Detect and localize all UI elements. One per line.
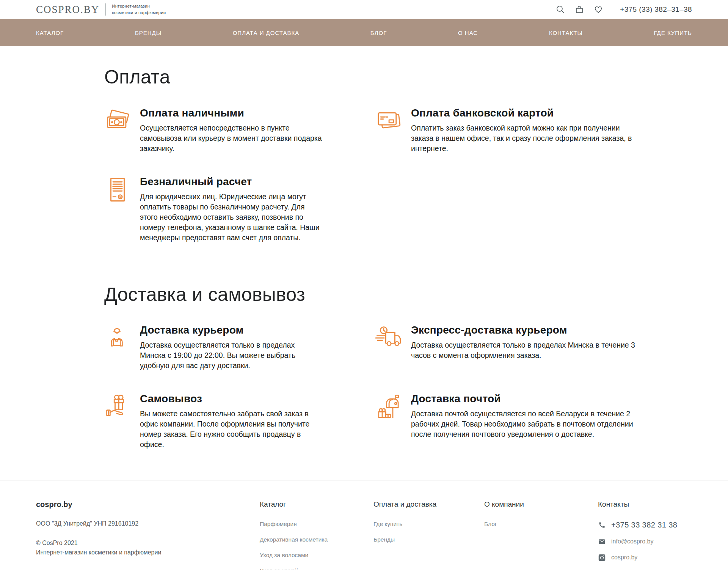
card-bank-card-payment: Оплата банковской картой Оплатить заказ … bbox=[375, 107, 691, 154]
cash-icon bbox=[104, 108, 131, 154]
footer-link-perfume[interactable]: Парфюмерия bbox=[260, 521, 373, 527]
cart-bag-icon[interactable] bbox=[574, 5, 584, 14]
main-content: Оплата Оплата наличны bbox=[0, 46, 728, 480]
card-courier-delivery: Доставка курьером Доставка осуществляетс… bbox=[104, 324, 322, 371]
footer-contact-phone[interactable]: +375 33 382 31 38 bbox=[598, 521, 692, 529]
nav-item-contacts[interactable]: КОНТАКТЫ bbox=[549, 30, 583, 36]
footer-link-decorative[interactable]: Декоративная косметика bbox=[260, 536, 373, 543]
site-header: COSPRO.BY Интернет-магазин косметики и п… bbox=[0, 0, 728, 19]
footer-company-info: ООО "3Д Унитрейд" УНП 291610192 bbox=[36, 520, 260, 527]
footer-link-hair-care[interactable]: Уход за волосами bbox=[260, 552, 373, 559]
footer-contact-instagram[interactable]: cospro.by bbox=[598, 554, 692, 561]
card-text: Доставка осуществляется только в предела… bbox=[140, 340, 322, 371]
footer-copyright: © CosPro 2021 Интернет-магазин косметики… bbox=[36, 539, 260, 557]
search-icon[interactable] bbox=[555, 5, 565, 14]
card-text: Для юридических лиц. Юридические лица мо… bbox=[140, 192, 322, 243]
card-title: Экспресс-доставка курьером bbox=[411, 324, 639, 336]
footer-column-payment: Оплата и доставка Где купить Бренды bbox=[373, 500, 484, 570]
footer-column-title: Каталог bbox=[260, 500, 373, 509]
footer-link-brands[interactable]: Бренды bbox=[373, 536, 484, 543]
bank-card-icon bbox=[375, 108, 402, 154]
delivery-cards: Доставка курьером Доставка осуществляетс… bbox=[104, 324, 691, 450]
wishlist-heart-icon[interactable] bbox=[593, 5, 603, 14]
card-title: Оплата банковской картой bbox=[411, 107, 639, 119]
brand[interactable]: COSPRO.BY Интернет-магазин косметики и п… bbox=[36, 3, 166, 16]
invoice-icon bbox=[104, 176, 131, 243]
mailbox-icon bbox=[375, 394, 402, 450]
nav-item-about[interactable]: О НАС bbox=[458, 30, 478, 36]
footer-brand-block: cospro.by ООО "3Д Унитрейд" УНП 29161019… bbox=[36, 500, 260, 570]
site-tagline: Интернет-магазин косметики и парфюмерии bbox=[112, 3, 166, 16]
footer-column-title: Контакты bbox=[598, 500, 692, 509]
nav-item-where-to-buy[interactable]: ГДЕ КУПИТЬ bbox=[654, 30, 692, 36]
nav-item-blog[interactable]: БЛОГ bbox=[370, 30, 387, 36]
header-phone[interactable]: +375 (33) 382–31–38 bbox=[620, 5, 692, 14]
footer-column-title: О компании bbox=[484, 500, 598, 509]
card-pickup: Самовывоз Вы можете самостоятельно забра… bbox=[104, 393, 322, 450]
footer-column-contacts: Контакты +375 33 382 31 38 info@cospro.b… bbox=[598, 500, 692, 570]
footer-link-blog[interactable]: Блог bbox=[484, 521, 598, 527]
card-post-delivery: Доставка почтой Доставка почтой осуществ… bbox=[375, 393, 691, 450]
courier-icon bbox=[104, 325, 131, 371]
logo-divider bbox=[105, 3, 106, 16]
card-express-delivery: Экспресс-доставка курьером Доставка осущ… bbox=[375, 324, 691, 371]
card-title: Доставка курьером bbox=[140, 324, 322, 336]
card-cashless-payment: Безналичный расчет Для юридических лиц. … bbox=[104, 176, 322, 243]
delivery-section-title: Доставка и самовывоз bbox=[104, 285, 692, 305]
phone-icon bbox=[598, 521, 606, 529]
card-title: Оплата наличными bbox=[140, 107, 322, 119]
card-text: Вы можете самостоятельно забрать свой за… bbox=[140, 409, 322, 450]
card-title: Безналичный расчет bbox=[140, 176, 322, 188]
payment-section-title: Оплата bbox=[104, 67, 692, 87]
payment-cards: Оплата наличными Осуществляется непосред… bbox=[104, 107, 691, 243]
email-icon bbox=[598, 538, 606, 545]
nav-item-catalog[interactable]: КАТАЛОГ bbox=[36, 30, 64, 36]
footer-link-skin-care[interactable]: Уход за кожей bbox=[260, 567, 373, 570]
nav-item-payment-delivery[interactable]: ОПЛАТА И ДОСТАВКА bbox=[233, 30, 300, 36]
instagram-icon bbox=[598, 554, 606, 561]
nav-item-brands[interactable]: БРЕНДЫ bbox=[135, 30, 162, 36]
card-text: Осуществляется непосредственно в пункте … bbox=[140, 123, 322, 154]
card-text: Оплатить заказ банковской картой можно к… bbox=[411, 123, 639, 154]
footer-contact-email[interactable]: info@cospro.by bbox=[598, 538, 692, 545]
card-title: Самовывоз bbox=[140, 393, 322, 405]
footer-column-title: Оплата и доставка bbox=[373, 500, 484, 509]
express-truck-icon bbox=[375, 325, 402, 371]
card-title: Доставка почтой bbox=[411, 393, 639, 405]
footer-brand: cospro.by bbox=[36, 500, 260, 509]
site-footer: cospro.by ООО "3Д Унитрейд" УНП 29161019… bbox=[0, 480, 728, 570]
footer-link-where-to-buy[interactable]: Где купить bbox=[373, 521, 484, 527]
card-text: Доставка осуществляется только в предела… bbox=[411, 340, 639, 361]
footer-column-catalog: Каталог Парфюмерия Декоративная косметик… bbox=[260, 500, 373, 570]
pickup-gift-icon bbox=[104, 394, 131, 450]
main-nav: КАТАЛОГ БРЕНДЫ ОПЛАТА И ДОСТАВКА БЛОГ О … bbox=[0, 19, 728, 46]
footer-column-company: О компании Блог bbox=[484, 500, 598, 570]
site-logo[interactable]: COSPRO.BY bbox=[36, 4, 99, 16]
card-cash-payment: Оплата наличными Осуществляется непосред… bbox=[104, 107, 322, 154]
card-text: Доставка почтой осуществляется по всей Б… bbox=[411, 409, 639, 439]
